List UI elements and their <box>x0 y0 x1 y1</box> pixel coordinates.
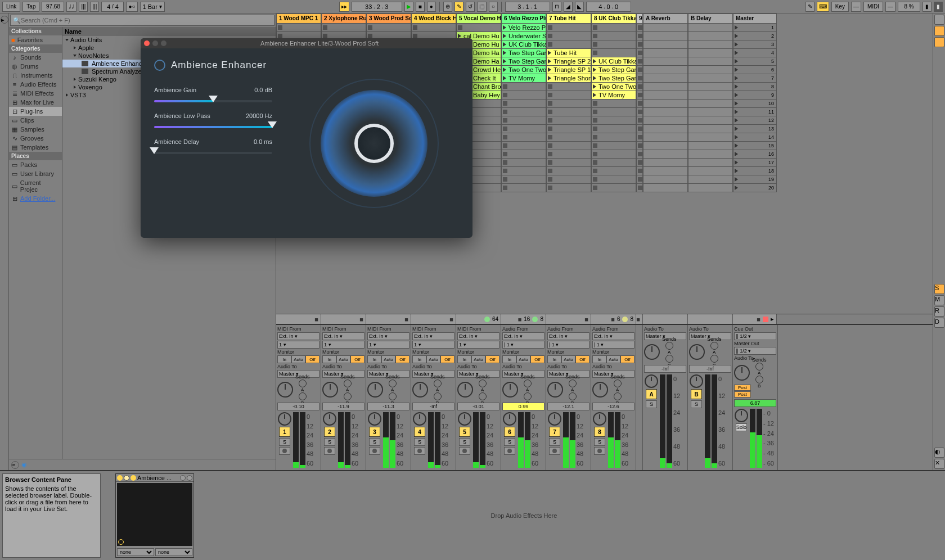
clip-slot[interactable]: TV Momy <box>501 74 546 83</box>
arm-button[interactable] <box>594 447 605 455</box>
input-ch-select[interactable]: 1 ▾ <box>412 341 454 349</box>
clip-slot[interactable] <box>501 108 546 116</box>
send-b-knob[interactable] <box>389 392 397 400</box>
scene-slot[interactable]: 11 <box>733 108 777 116</box>
clip-stop-icon[interactable] <box>548 160 552 165</box>
master-out-select[interactable]: || 1/2 ▾ <box>734 347 776 355</box>
clip-slot[interactable] <box>546 91 591 100</box>
send-b-knob[interactable] <box>344 392 352 400</box>
arm-button[interactable] <box>459 447 470 455</box>
clip-stop-icon[interactable] <box>593 118 597 123</box>
input-select[interactable]: Ext. In ▾ <box>547 332 590 340</box>
mon-off[interactable]: Off <box>350 355 364 363</box>
clip-slot[interactable] <box>591 100 636 108</box>
scene-launch-icon[interactable] <box>735 135 739 139</box>
clip-slot[interactable] <box>636 66 643 74</box>
clip-slot[interactable] <box>636 133 643 142</box>
solo-button[interactable]: S <box>646 400 657 408</box>
mon-off[interactable]: Off <box>305 355 320 363</box>
clip-stop-icon[interactable] <box>638 93 642 97</box>
slider-delay[interactable] <box>154 152 272 154</box>
post-a[interactable]: Post <box>734 385 751 391</box>
vol-knob[interactable] <box>735 409 748 422</box>
master-header[interactable]: Master <box>733 13 777 24</box>
tap-button[interactable]: Tap <box>22 2 39 12</box>
clip-slot[interactable] <box>501 83 546 91</box>
scene-slot[interactable]: 2 <box>733 32 777 40</box>
clip-stop-icon[interactable] <box>548 93 552 97</box>
arm-button[interactable] <box>504 447 515 455</box>
clip-stop-icon[interactable] <box>638 143 642 148</box>
mon-auto[interactable]: Auto <box>471 355 485 363</box>
return-header[interactable]: B Delay <box>688 13 733 24</box>
clip-slot[interactable] <box>591 184 636 192</box>
stop-clips[interactable]: ■ <box>276 314 321 324</box>
vol-knob[interactable] <box>323 412 336 426</box>
clip-play-icon[interactable] <box>503 76 507 80</box>
clip-stop-icon[interactable] <box>503 93 507 97</box>
scene-slot[interactable]: 19 <box>733 175 777 184</box>
mon-in[interactable]: In <box>277 355 291 363</box>
clip-slot[interactable] <box>636 184 643 192</box>
mon-off[interactable]: Off <box>395 355 410 363</box>
category-clips[interactable]: ▭Clips <box>9 116 62 125</box>
midi-map[interactable]: MIDI <box>863 2 883 12</box>
track-header[interactable]: 1 Wood MPC 1 <box>276 13 321 24</box>
track-activator[interactable]: 6 <box>504 427 515 437</box>
device-preset-a[interactable]: none <box>117 548 154 556</box>
device-show-icon[interactable] <box>130 475 136 481</box>
clip-slot[interactable]: Two One Two 9 <box>591 83 636 91</box>
mon-auto[interactable]: Auto <box>606 355 620 363</box>
metronome-toggle[interactable]: ●○ <box>126 2 137 12</box>
clip-slot[interactable] <box>636 150 643 159</box>
overdub[interactable]: ⊕ <box>443 2 452 12</box>
volume-value[interactable]: -Inf <box>412 403 454 410</box>
device-power-icon[interactable] <box>117 475 123 481</box>
clip-play-icon[interactable] <box>593 59 597 64</box>
key-map[interactable]: Key <box>831 2 849 12</box>
clip-slot[interactable] <box>501 125 546 133</box>
crossfade[interactable]: ◐ <box>934 448 944 458</box>
clip-stop-icon[interactable] <box>638 42 642 47</box>
volume-value[interactable]: -Inf <box>689 365 731 373</box>
send-a-knob[interactable] <box>524 380 532 387</box>
scene-launch-icon[interactable] <box>735 177 739 182</box>
arm-button[interactable] <box>549 447 560 455</box>
pan-knob[interactable] <box>277 382 293 398</box>
category-sounds[interactable]: ♪Sounds <box>9 53 62 62</box>
clip-stop-icon[interactable] <box>638 135 642 139</box>
vol-knob[interactable] <box>690 374 703 388</box>
track-activator[interactable]: 7 <box>549 427 560 437</box>
pan-knob[interactable] <box>367 382 383 398</box>
input-ch-select[interactable]: | 1 ▾ <box>502 341 544 349</box>
stop-button[interactable]: ■ <box>416 2 425 12</box>
clip-slot[interactable] <box>636 83 643 91</box>
mon-in[interactable]: In <box>412 355 426 363</box>
show-hide-returns[interactable] <box>934 37 944 47</box>
clip-slot[interactable] <box>546 24 591 32</box>
device-hot-icon[interactable] <box>187 475 192 481</box>
clip-stop-icon[interactable] <box>503 118 507 123</box>
punch-in[interactable]: ◢ <box>564 2 573 12</box>
clip-slot[interactable] <box>501 159 546 167</box>
clip-slot[interactable] <box>591 24 636 32</box>
pan-knob[interactable] <box>412 382 428 398</box>
clip-stop-icon[interactable] <box>548 127 552 131</box>
clip-stop-icon[interactable] <box>503 160 507 165</box>
mon-in[interactable]: In <box>322 355 336 363</box>
send-a-knob[interactable] <box>710 342 718 350</box>
clip-slot[interactable] <box>591 167 636 175</box>
clip-slot[interactable] <box>546 32 591 40</box>
mon-in[interactable]: In <box>592 355 606 363</box>
link-button[interactable]: Link <box>2 2 20 12</box>
vol-knob[interactable] <box>278 412 291 426</box>
clip-slot[interactable] <box>636 24 643 32</box>
clip-slot[interactable] <box>636 49 643 57</box>
scene-slot[interactable]: 20 <box>733 184 777 192</box>
plugin-titlebar[interactable]: Ambience Enhancer Lite/3-Wood Prod Soft <box>141 38 472 48</box>
clip-stop-icon[interactable] <box>503 127 507 131</box>
clip-stop-icon[interactable] <box>548 186 552 190</box>
input-select[interactable]: Ext. In ▾ <box>457 332 500 340</box>
arm-button[interactable] <box>324 447 335 455</box>
category-samples[interactable]: ▦Samples <box>9 125 62 134</box>
